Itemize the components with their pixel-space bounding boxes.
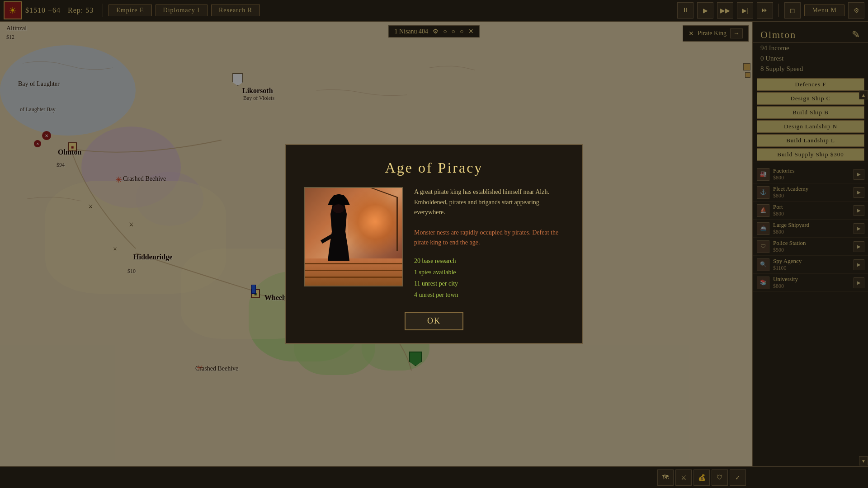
modal-title: Age of Piracy	[304, 160, 564, 176]
pirate-hat	[326, 194, 351, 205]
modal-stats: 20 base research 1 spies available 11 un…	[414, 255, 564, 301]
modal-body2: Monster nests are rapidly occupied by pi…	[414, 228, 564, 248]
modal-ok-button[interactable]: OK	[405, 312, 463, 330]
modal-description: A great pirate king has established hims…	[414, 187, 564, 300]
modal-body1: A great pirate king has established hims…	[414, 187, 564, 217]
modal-stat-spies: 1 spies available	[414, 267, 564, 278]
modal-stat-unrest-town: 4 unrest per town	[414, 289, 564, 300]
modal-stat-unrest-city: 11 unrest per city	[414, 278, 564, 289]
modal-overlay: Age of Piracy	[0, 0, 868, 488]
modal-body: A great pirate king has established hims…	[304, 187, 564, 300]
modal-stat-research: 20 base research	[414, 255, 564, 267]
modal-image	[304, 187, 403, 286]
age-of-piracy-modal: Age of Piracy	[285, 144, 583, 343]
